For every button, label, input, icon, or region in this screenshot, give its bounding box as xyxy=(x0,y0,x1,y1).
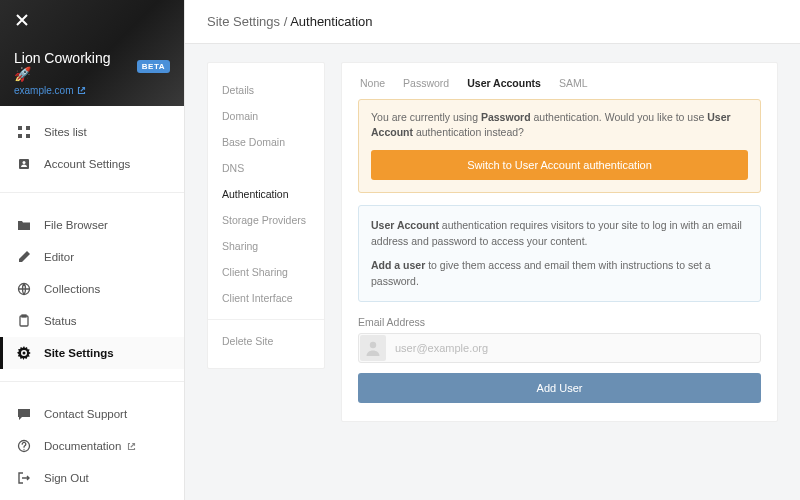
breadcrumb-current: Authentication xyxy=(290,14,372,29)
nav-footer: Contact Support Documentation Sign Out xyxy=(0,388,184,500)
breadcrumb-root[interactable]: Site Settings xyxy=(207,14,280,29)
settings-subnav: Details Domain Base Domain DNS Authentic… xyxy=(207,62,325,369)
help-icon xyxy=(16,438,32,454)
subnav-details[interactable]: Details xyxy=(208,77,324,103)
globe-icon xyxy=(16,281,32,297)
subnav-authentication[interactable]: Authentication xyxy=(208,181,324,207)
svg-point-10 xyxy=(23,449,24,450)
nav-primary: Sites list Account Settings xyxy=(0,106,184,186)
subnav-storage-providers[interactable]: Storage Providers xyxy=(208,207,324,233)
switch-auth-button[interactable]: Switch to User Account authentication xyxy=(371,150,748,180)
svg-rect-1 xyxy=(26,126,30,130)
external-link-icon xyxy=(127,442,136,451)
clipboard-icon xyxy=(16,313,32,329)
settings-panel: None Password User Accounts SAML You are… xyxy=(341,62,778,422)
tab-password[interactable]: Password xyxy=(403,77,449,89)
site-domain-link[interactable]: example.com xyxy=(14,85,170,96)
svg-rect-3 xyxy=(26,134,30,138)
subnav-sharing[interactable]: Sharing xyxy=(208,233,324,259)
nav-sign-out[interactable]: Sign Out xyxy=(0,462,184,494)
nav-site: File Browser Editor Collections Status S… xyxy=(0,199,184,375)
breadcrumb: Site Settings / Authentication xyxy=(185,0,800,44)
pencil-icon xyxy=(16,249,32,265)
external-link-icon xyxy=(77,86,86,95)
subnav-client-interface[interactable]: Client Interface xyxy=(208,285,324,311)
nav-editor[interactable]: Editor xyxy=(0,241,184,273)
sidebar: Lion Coworking 🚀 BETA example.com Sites … xyxy=(0,0,185,500)
nav-documentation[interactable]: Documentation xyxy=(0,430,184,462)
subnav-client-sharing[interactable]: Client Sharing xyxy=(208,259,324,285)
close-button[interactable] xyxy=(12,10,32,30)
email-field-row xyxy=(358,333,761,363)
nav-file-browser[interactable]: File Browser xyxy=(0,209,184,241)
switch-auth-notice: You are currently using Password authent… xyxy=(358,99,761,193)
svg-rect-0 xyxy=(18,126,22,130)
site-title: Lion Coworking 🚀 xyxy=(14,50,131,82)
subnav-dns[interactable]: DNS xyxy=(208,155,324,181)
svg-rect-2 xyxy=(18,134,22,138)
nav-status[interactable]: Status xyxy=(0,305,184,337)
svg-point-11 xyxy=(370,342,376,348)
sign-out-icon xyxy=(16,470,32,486)
subnav-base-domain[interactable]: Base Domain xyxy=(208,129,324,155)
svg-rect-8 xyxy=(22,315,26,317)
user-account-info: User Account authentication requires vis… xyxy=(358,205,761,302)
tab-none[interactable]: None xyxy=(360,77,385,89)
nav-account-settings[interactable]: Account Settings xyxy=(0,148,184,180)
grid-icon xyxy=(16,124,32,140)
tab-user-accounts[interactable]: User Accounts xyxy=(467,77,541,89)
subnav-delete-site[interactable]: Delete Site xyxy=(208,328,324,354)
nav-collections[interactable]: Collections xyxy=(0,273,184,305)
add-user-button[interactable]: Add User xyxy=(358,373,761,403)
chat-icon xyxy=(16,406,32,422)
avatar-placeholder-icon xyxy=(360,335,386,361)
hero: Lion Coworking 🚀 BETA example.com xyxy=(0,0,184,106)
user-icon xyxy=(16,156,32,172)
nav-contact-support[interactable]: Contact Support xyxy=(0,398,184,430)
beta-badge: BETA xyxy=(137,60,170,73)
gear-icon xyxy=(16,345,32,361)
email-label: Email Address xyxy=(358,316,761,328)
nav-site-settings[interactable]: Site Settings xyxy=(0,337,184,369)
nav-sites-list[interactable]: Sites list xyxy=(0,116,184,148)
auth-tabs: None Password User Accounts SAML xyxy=(358,77,761,99)
folder-icon xyxy=(16,217,32,233)
subnav-domain[interactable]: Domain xyxy=(208,103,324,129)
main: Site Settings / Authentication Details D… xyxy=(185,0,800,500)
email-input[interactable] xyxy=(387,335,760,361)
notice-text: You are currently using Password authent… xyxy=(371,110,748,140)
site-domain: example.com xyxy=(14,85,73,96)
svg-point-5 xyxy=(23,161,26,164)
tab-saml[interactable]: SAML xyxy=(559,77,588,89)
